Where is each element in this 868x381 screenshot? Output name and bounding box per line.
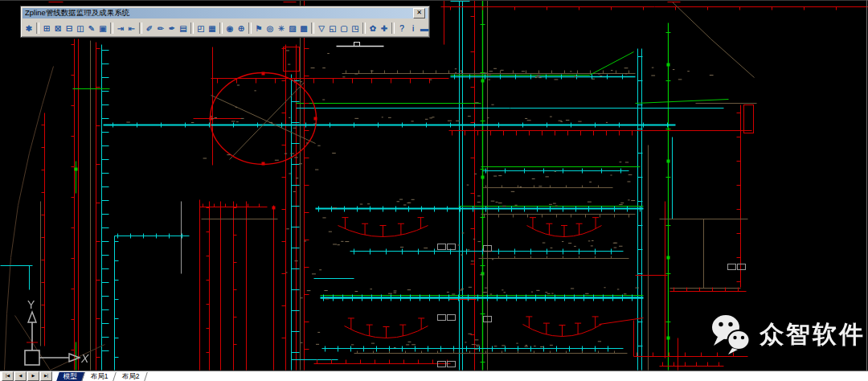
add-pipeline-record-icon[interactable]: ⊞ (41, 22, 52, 35)
toolbar-separator (248, 23, 252, 34)
import-data-icon[interactable]: ⇥ (115, 22, 126, 35)
next-tab-button[interactable]: ▶ (27, 371, 39, 381)
help-icon[interactable]: ? (396, 22, 407, 35)
batch-check-icon[interactable]: ◉ (224, 22, 235, 35)
tab-layout2[interactable]: 布局2 (115, 372, 147, 381)
edit-attributes-icon[interactable]: ▤ (178, 22, 189, 35)
edit-record-icon[interactable]: ✎ (86, 22, 97, 35)
ucs-y-label: Y (27, 298, 35, 311)
flag-annotation-icon[interactable]: ⚑ (253, 22, 264, 35)
ucs-origin-box (25, 350, 39, 365)
toolbar-separator (110, 23, 113, 34)
toolbar-separator (219, 23, 223, 34)
window-top-border (0, 0, 868, 1)
tab-nav-buttons: |◀◀▶▶| (2, 371, 53, 381)
ucs-y-arrowhead (28, 312, 36, 322)
tool-settings-icon[interactable]: ✿ (367, 22, 379, 35)
revert-pipeline-record-icon[interactable]: ⊟ (63, 22, 75, 35)
layout-tab-bar: |◀◀▶▶| 模型布局1布局2 (0, 371, 868, 381)
wechat-logo-icon (710, 313, 752, 355)
explode-check-icon[interactable]: ✳ (276, 22, 287, 35)
toolbar-separator (139, 23, 142, 34)
app-window: { "window": { "title": "Zpline管线数据监理及成果系… (0, 0, 868, 381)
toolbar-separator (36, 23, 39, 34)
ucs-x-arrowhead (69, 354, 80, 362)
update-pipeline-record-icon[interactable]: ⊠ (52, 22, 63, 35)
toolbar-separator (362, 23, 366, 34)
layout-tabs: 模型布局1布局2 (56, 372, 145, 381)
locate-target-icon[interactable]: ⊕ (235, 22, 247, 35)
grid-display-icon[interactable]: ▩ (298, 22, 309, 35)
export-data-icon[interactable]: ⇤ (126, 22, 137, 35)
ucs-x-label: X (80, 352, 89, 365)
system-settings-icon[interactable]: ✱ (23, 22, 35, 35)
ucs-icon: Y X (3, 296, 93, 371)
copy-objects-icon[interactable]: ◳ (350, 22, 361, 35)
toolbar-titlebar[interactable]: Zpline管线数据监理及成果系统 ✕ (23, 8, 428, 18)
block-check-icon[interactable]: ▨ (287, 22, 298, 35)
edit-pipe-point-icon[interactable]: ✏ (155, 22, 166, 35)
draw-pipeline-icon[interactable]: ✐ (144, 22, 155, 35)
toolbar-separator (190, 23, 194, 34)
toolbar-icon-row: ✱⊞⊠⊟◫✎▣⇥⇤✐✏✒▤◰▦◉⊕⚑◎✳▨▩▽◱▢◳✿✚?i▬ (21, 19, 429, 37)
last-tab-button[interactable]: ▶| (40, 371, 52, 381)
watermark: 众智软件 (710, 313, 866, 355)
first-tab-button[interactable]: |◀ (2, 371, 14, 381)
selection-box-icon[interactable]: ▢ (338, 22, 350, 35)
watermark-text: 众智软件 (760, 318, 866, 351)
toolbar-separator (311, 23, 314, 34)
window-right-border (866, 0, 867, 371)
close-icon[interactable]: ✕ (413, 8, 425, 18)
about-info-icon[interactable]: i (407, 22, 419, 35)
layer-filter-icon[interactable]: ▽ (316, 22, 327, 35)
attribute-table-icon[interactable]: ▦ (207, 22, 218, 35)
surveyor-query-icon[interactable]: ◫ (75, 22, 86, 35)
inspect-search-icon[interactable]: ◎ (264, 22, 276, 35)
select-region-icon[interactable]: ◰ (195, 22, 207, 35)
view-image-icon[interactable]: ▣ (97, 22, 108, 35)
zpline-toolbar-window: Zpline管线数据监理及成果系统 ✕ ✱⊞⊠⊟◫✎▣⇥⇤✐✏✒▤◰▦◉⊕⚑◎✳… (20, 6, 430, 38)
toolbar-title: Zpline管线数据监理及成果系统 (25, 8, 413, 18)
mini-toolbar-icon[interactable]: ▬ (419, 22, 430, 35)
prev-tab-button[interactable]: ◀ (14, 371, 27, 381)
attach-file-icon[interactable]: ✚ (379, 22, 390, 35)
toolbar-separator (391, 23, 395, 34)
tab-layout1[interactable]: 布局1 (84, 372, 116, 381)
window-view-icon[interactable]: ◱ (327, 22, 338, 35)
tab-model[interactable]: 模型 (56, 372, 85, 381)
annotate-pipe-icon[interactable]: ✒ (166, 22, 178, 35)
